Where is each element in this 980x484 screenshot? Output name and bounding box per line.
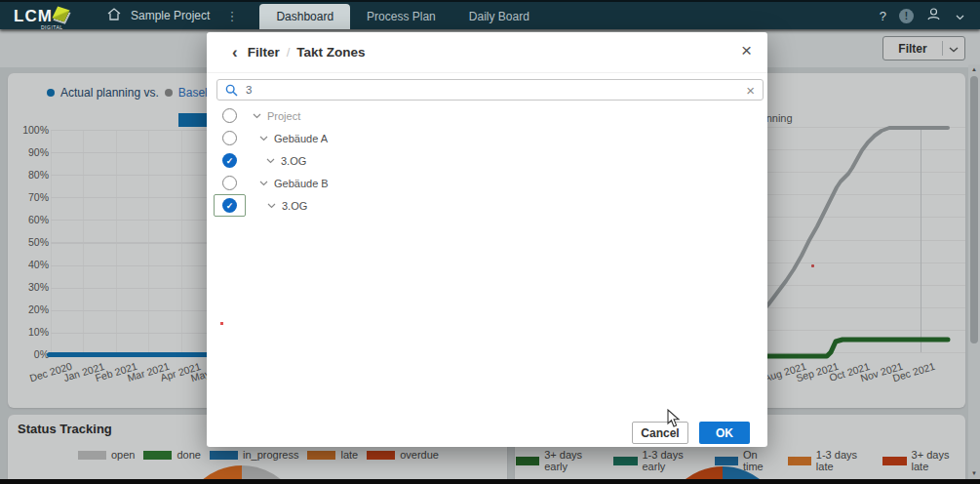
header-actions: ? ! xyxy=(880,7,964,25)
chevron-down-icon[interactable] xyxy=(267,203,276,209)
logo-text: LCM xyxy=(14,8,53,24)
app-screen: LCM DIGITAL Sample Project ⋮ Dashboard P… xyxy=(0,0,980,484)
screen-edge xyxy=(0,479,980,484)
tab-dashboard[interactable]: Dashboard xyxy=(259,4,350,29)
mouse-cursor xyxy=(667,409,681,428)
tree-item-3og-a[interactable]: ✓ 3.OG xyxy=(207,149,767,172)
breadcrumb-filter[interactable]: Filter xyxy=(248,45,280,60)
takt-zones-filter-modal: ‹ Filter / Takt Zones × × Project Geb xyxy=(207,32,767,447)
app-header: LCM DIGITAL Sample Project ⋮ Dashboard P… xyxy=(0,0,980,29)
takt-zones-tree: Project Gebäude A ✓ 3.OG Gebäude B ✓ xyxy=(207,104,767,217)
search-box: × xyxy=(216,79,764,101)
tab-daily-board[interactable]: Daily Board xyxy=(452,4,546,29)
chevron-down-icon[interactable] xyxy=(259,181,268,186)
close-icon[interactable]: × xyxy=(741,41,752,60)
project-menu-icon[interactable]: ⋮ xyxy=(225,9,238,23)
home-icon[interactable] xyxy=(107,8,121,23)
logo-cube-icon xyxy=(52,6,69,21)
ok-button[interactable]: OK xyxy=(699,422,750,444)
checkbox-unchecked[interactable] xyxy=(222,131,237,145)
search-icon xyxy=(225,84,238,97)
project-name[interactable]: Sample Project xyxy=(131,9,210,22)
chevron-down-icon[interactable] xyxy=(253,113,261,119)
render-artifact-dot xyxy=(220,322,223,325)
search-input[interactable] xyxy=(244,83,746,97)
tree-item-gebaeude-a[interactable]: Gebäude A xyxy=(207,127,767,149)
checkbox-checked[interactable]: ✓ xyxy=(222,153,237,168)
tree-item-label: Gebäude A xyxy=(274,133,328,144)
tree-item-label: Project xyxy=(267,110,300,122)
tab-process-plan[interactable]: Process Plan xyxy=(350,4,452,29)
chevron-down-icon[interactable] xyxy=(266,158,275,164)
checkbox-checked[interactable]: ✓ xyxy=(222,198,237,213)
help-icon[interactable]: ? xyxy=(880,9,886,23)
tree-item-project[interactable]: Project xyxy=(207,104,767,127)
tree-item-gebaeude-b[interactable]: Gebäude B xyxy=(207,172,767,194)
breadcrumb-separator: / xyxy=(287,45,291,60)
tree-item-label: 3.OG xyxy=(282,200,307,212)
tree-item-label: 3.OG xyxy=(281,155,306,167)
focused-checkbox-outline: ✓ xyxy=(214,194,246,217)
nav-tabs: Dashboard Process Plan Daily Board xyxy=(259,4,545,29)
checkbox-unchecked[interactable] xyxy=(222,108,237,123)
back-chevron-icon[interactable]: ‹ xyxy=(232,44,238,60)
clear-search-icon[interactable]: × xyxy=(746,83,755,98)
info-icon[interactable]: ! xyxy=(899,9,914,23)
modal-title: Takt Zones xyxy=(296,45,365,60)
modal-header: ‹ Filter / Takt Zones × xyxy=(207,32,767,73)
user-icon[interactable] xyxy=(926,7,941,25)
user-menu-chevron-icon[interactable] xyxy=(956,7,964,24)
checkbox-unchecked[interactable] xyxy=(222,176,237,190)
tree-item-label: Gebäude B xyxy=(274,178,329,189)
tree-item-3og-b[interactable]: ✓ 3.OG xyxy=(207,194,767,217)
chevron-down-icon[interactable] xyxy=(259,136,268,141)
lcm-logo: LCM DIGITAL xyxy=(14,8,94,24)
logo-sub-text: DIGITAL xyxy=(41,24,63,30)
